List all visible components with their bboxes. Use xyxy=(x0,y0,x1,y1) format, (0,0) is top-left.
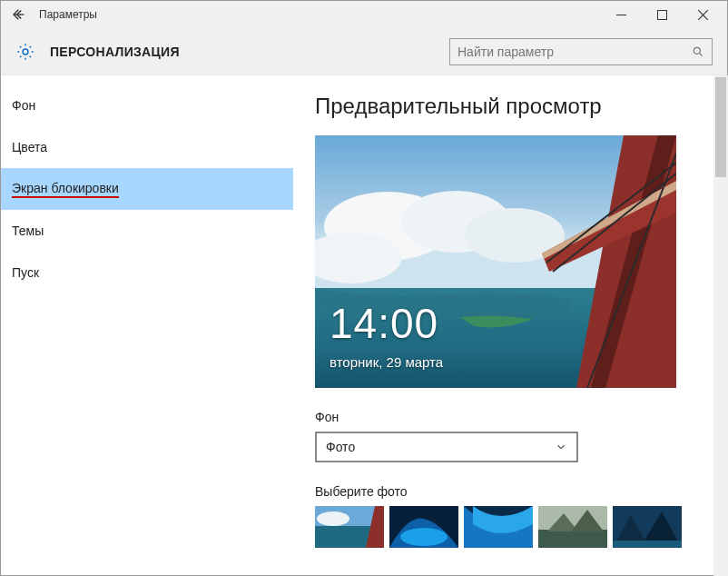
sidebar-item-start[interactable]: Пуск xyxy=(1,252,293,293)
close-icon xyxy=(698,10,708,20)
scrollbar[interactable] xyxy=(713,75,728,576)
sidebar-item-lockscreen[interactable]: Экран блокировки xyxy=(1,168,293,210)
svg-rect-1 xyxy=(658,10,667,19)
lock-time: 14:00 xyxy=(330,299,438,348)
page-title: ПЕРСОНАЛИЗАЦИЯ xyxy=(50,45,180,59)
window-title: Параметры xyxy=(39,8,97,21)
sidebar-item-label: Пуск xyxy=(12,265,39,280)
content-body: Фон Цвета Экран блокировки Темы Пуск Пре… xyxy=(1,75,727,575)
scrollbar-thumb[interactable] xyxy=(715,77,726,177)
thumb-5[interactable] xyxy=(613,506,682,548)
search-box[interactable] xyxy=(449,38,713,65)
thumb-3[interactable] xyxy=(464,506,533,548)
sidebar-item-label: Темы xyxy=(12,223,44,238)
svg-point-2 xyxy=(23,49,28,55)
sidebar-item-label: Фон xyxy=(12,98,35,113)
thumb-2[interactable] xyxy=(389,506,458,548)
thumb-4[interactable] xyxy=(538,506,607,548)
lockscreen-preview: 14:00 вторник, 29 марта xyxy=(315,135,676,388)
lock-date: вторник, 29 марта xyxy=(330,354,443,370)
svg-point-19 xyxy=(317,511,349,526)
sidebar-item-label: Экран блокировки xyxy=(12,181,119,198)
minimize-button[interactable] xyxy=(601,2,642,27)
dropdown-value: Фото xyxy=(326,440,355,454)
minimize-icon xyxy=(616,10,626,20)
svg-point-22 xyxy=(400,528,448,546)
settings-window: Параметры ПЕРСОНАЛИЗАЦИЯ Фон Цвета Экран… xyxy=(0,0,728,576)
svg-rect-0 xyxy=(616,15,626,15)
titlebar: Параметры xyxy=(1,1,727,28)
header: ПЕРСОНАЛИЗАЦИЯ xyxy=(1,28,727,75)
gear-icon xyxy=(15,42,35,62)
search-input[interactable] xyxy=(457,45,692,59)
maximize-icon xyxy=(657,10,667,20)
search-icon xyxy=(692,45,704,58)
photo-thumbnails xyxy=(315,506,705,548)
thumb-1[interactable] xyxy=(315,506,384,548)
sidebar-item-themes[interactable]: Темы xyxy=(1,210,293,252)
back-button[interactable] xyxy=(5,2,34,27)
background-dropdown[interactable]: Фото xyxy=(315,432,578,462)
svg-point-3 xyxy=(694,47,700,54)
choose-photo-label: Выберите фото xyxy=(315,484,705,499)
preview-image xyxy=(315,135,676,388)
chevron-down-icon xyxy=(555,441,567,453)
svg-rect-25 xyxy=(538,530,607,548)
sidebar-item-colors[interactable]: Цвета xyxy=(1,126,293,168)
close-button[interactable] xyxy=(683,2,723,27)
main-panel: Предварительный просмотр xyxy=(293,75,727,575)
svg-rect-31 xyxy=(613,541,682,548)
preview-heading: Предварительный просмотр xyxy=(315,94,705,119)
sidebar-item-label: Цвета xyxy=(12,140,47,154)
background-label: Фон xyxy=(315,410,705,424)
sidebar-item-background[interactable]: Фон xyxy=(1,84,293,126)
sidebar: Фон Цвета Экран блокировки Темы Пуск xyxy=(1,75,293,575)
arrow-left-icon xyxy=(11,6,27,23)
maximize-button[interactable] xyxy=(642,2,683,27)
